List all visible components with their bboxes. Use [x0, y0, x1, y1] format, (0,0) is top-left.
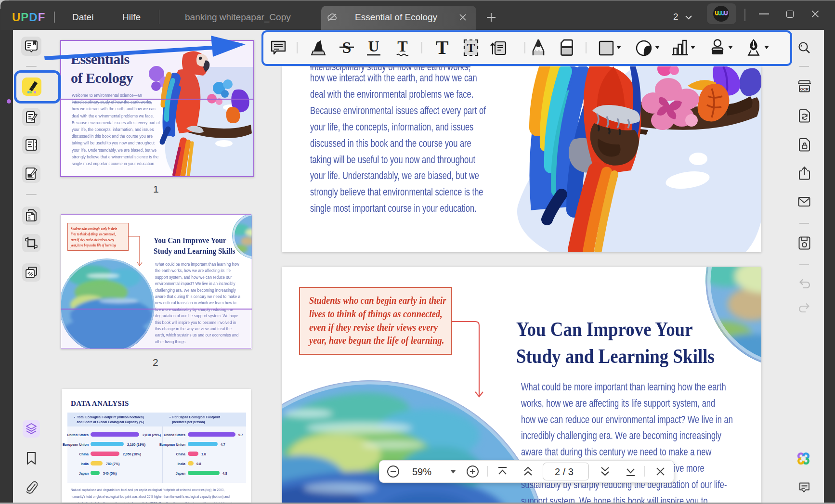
svg-text:2,810 (25%): 2,810 (25%): [143, 433, 161, 437]
svg-text:T: T: [436, 38, 449, 57]
svg-text:1.6: 1.6: [201, 452, 206, 456]
svg-text:India: India: [178, 462, 185, 465]
svg-text:Japan: Japan: [79, 472, 89, 476]
svg-text:China: China: [79, 452, 89, 456]
svg-text:2,050 (18%): 2,050 (18%): [123, 452, 141, 456]
svg-text:4.8: 4.8: [222, 472, 227, 475]
svg-text:United States: United States: [164, 433, 185, 437]
svg-text:T: T: [397, 38, 407, 55]
svg-text:540 (5%): 540 (5%): [103, 472, 117, 476]
svg-text:European Union: European Union: [63, 443, 89, 447]
svg-text:India: India: [81, 462, 89, 465]
svg-text:China: China: [176, 452, 186, 456]
svg-text:T: T: [467, 41, 475, 55]
svg-text:Japan: Japan: [176, 472, 185, 476]
svg-text:4.7: 4.7: [221, 443, 225, 446]
svg-text:European Union: European Union: [159, 443, 185, 447]
svg-text:2,160 (19%): 2,160 (19%): [127, 443, 145, 447]
svg-text:0.8: 0.8: [196, 462, 201, 465]
svg-text:United States: United States: [67, 433, 89, 437]
svg-text:9.7: 9.7: [238, 433, 243, 437]
svg-text:780 (7%): 780 (7%): [106, 462, 119, 466]
svg-text:OCR: OCR: [800, 87, 809, 91]
svg-text:U: U: [368, 38, 379, 55]
